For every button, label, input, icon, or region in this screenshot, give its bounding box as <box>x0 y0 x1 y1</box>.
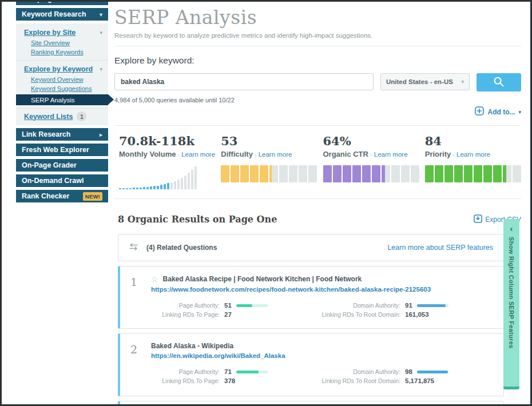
learn-more-link[interactable]: Learn more <box>181 151 215 158</box>
sidebar-item-label: Campaigns <box>22 0 60 3</box>
histogram-bar <box>184 176 186 189</box>
sidebar-item-on-demand-crawl[interactable]: On-Demand Crawl <box>16 174 108 187</box>
organic-ctr-label: Organic CTR <box>323 150 368 158</box>
sidebar-item-serp-analysis-selected[interactable]: SERP Analysis <box>16 94 108 105</box>
organic-result-1: 1 ☆ Baked Alaska Recipe | Food Network K… <box>118 266 504 329</box>
bar-segment <box>343 165 351 182</box>
page-authority-label: Page Authority: <box>140 302 220 309</box>
histogram-bar <box>170 182 173 189</box>
locale-select[interactable]: United States - en-US ▾ <box>380 73 470 90</box>
result-title: Baked Alaska Recipe | Food Network Kitch… <box>163 275 362 283</box>
histogram-bar <box>133 188 135 189</box>
histogram-bar <box>140 188 142 189</box>
sidebar-item-label: On-Page Grader <box>22 161 77 169</box>
organic-result-3: 3 ☆ Baked Alaska - Martha Stewart https:… <box>118 401 504 406</box>
learn-more-link[interactable]: Learn more <box>259 151 292 158</box>
sidebar-item-link-research[interactable]: Link Research ▸ <box>16 128 108 141</box>
sidebar-item-explore-by-site[interactable]: Explore by Site ▾ <box>16 27 108 38</box>
histogram-bar <box>150 186 152 189</box>
learn-more-link[interactable]: Learn more <box>374 151 408 158</box>
bar-segment <box>435 165 443 182</box>
organic-result-2: 2 Baked Alaska - Wikipedia https://en.wi… <box>118 333 504 396</box>
linking-rds-page-label: Linking RDs To Page: <box>140 377 220 384</box>
sidebar-item-site-overview[interactable]: Site Overview <box>16 38 108 47</box>
related-questions-label: (4) Related Questions <box>146 244 217 252</box>
priority-bar <box>425 165 521 182</box>
bar-segment <box>352 165 361 182</box>
info-icon[interactable]: i <box>453 153 454 158</box>
sidebar-item-label: Rank Checker <box>22 192 69 200</box>
locale-select-value: United States - en-US <box>386 78 453 85</box>
bar-segment <box>308 165 317 182</box>
sidebar-item-on-page-grader[interactable]: On-Page Grader <box>16 159 108 172</box>
explore-by-site-link[interactable]: Explore by Site <box>24 29 76 37</box>
sidebar-item-label: Fresh Web Explorer <box>22 146 89 154</box>
histogram-bar <box>160 185 162 189</box>
sidebar-item-explore-by-keyword[interactable]: Explore by Keyword ▾ <box>16 63 108 75</box>
show-right-column-tab[interactable]: ‹ Show Right Column SERP Features <box>503 219 519 389</box>
linking-rds-root-value: 161,053 <box>405 311 494 318</box>
sidebar-item-fresh-web-explorer[interactable]: Fresh Web Explorer <box>16 144 108 156</box>
metric-organic-ctr: 64% Organic CTR i Learn more <box>323 134 419 189</box>
domain-authority-bar <box>417 304 448 307</box>
serp-features-learn-more-link[interactable]: Learn more about SERP features <box>387 244 493 252</box>
bar-segment <box>444 165 453 182</box>
difficulty-value: 53 <box>221 134 317 148</box>
add-to-button[interactable]: Add to... ▾ <box>114 106 521 118</box>
sidebar-item-rank-checker[interactable]: Rank Checker NEW! <box>16 190 108 202</box>
histogram-bar <box>129 188 132 189</box>
sidebar-item-ranking-keywords[interactable]: Ranking Keywords <box>16 47 108 57</box>
new-badge: NEW! <box>83 192 102 201</box>
histogram-bar <box>136 188 138 189</box>
difficulty-bar <box>221 165 317 182</box>
bar-segment <box>425 165 434 182</box>
bar-segment <box>493 165 502 182</box>
sidebar-item-campaigns[interactable]: Campaigns ▾ <box>16 0 108 5</box>
results-heading: 8 Organic Results on Page One <box>118 214 277 225</box>
domain-authority-value: 98 <box>405 368 412 375</box>
keyword-lists-link[interactable]: Keyword Lists <box>24 113 73 121</box>
histogram-bar <box>122 188 125 189</box>
learn-more-link[interactable]: Learn more <box>456 151 490 158</box>
info-icon[interactable]: i <box>178 153 179 158</box>
query-quota-text: 4,984 of 5,000 queries available until 1… <box>114 97 521 104</box>
bar-segment <box>299 165 307 182</box>
serp-feature-row[interactable]: (4) Related Questions Learn more about S… <box>118 234 504 261</box>
organic-ctr-value: 64% <box>323 134 419 148</box>
sidebar-item-keyword-research[interactable]: Keyword Research ▾ <box>16 8 108 21</box>
explore-by-keyword-link[interactable]: Explore by Keyword <box>24 65 93 73</box>
result-url-link[interactable]: https://en.wikipedia.org/wiki/Baked_Alas… <box>151 352 494 359</box>
keyword-search-input[interactable] <box>114 73 374 90</box>
page-authority-value: 51 <box>224 302 232 309</box>
divider <box>114 46 521 46</box>
chevron-down-icon: ▾ <box>100 30 102 35</box>
domain-authority-label: Domain Authority: <box>292 302 400 309</box>
info-icon[interactable]: i <box>371 153 372 158</box>
bar-segment <box>474 165 482 182</box>
bar-segment <box>382 165 390 182</box>
linking-rds-page-value: 378 <box>224 377 287 384</box>
info-icon[interactable]: i <box>255 153 256 158</box>
bar-segment <box>401 165 410 182</box>
histogram-bar <box>153 186 156 189</box>
chevron-left-icon: ‹ <box>503 224 519 233</box>
sidebar-divider <box>16 60 108 61</box>
bar-segment <box>464 165 473 182</box>
result-url-link[interactable]: https://www.foodnetwork.com/recipes/food… <box>151 286 494 293</box>
chevron-down-icon: ▾ <box>518 109 521 115</box>
star-icon[interactable]: ☆ <box>151 274 158 284</box>
sidebar-item-keyword-suggestions[interactable]: Keyword Suggestions <box>16 84 108 93</box>
result-title: Baked Alaska - Wikipedia <box>151 342 233 350</box>
chevron-right-icon: ▸ <box>100 132 102 138</box>
bar-segment <box>240 165 249 182</box>
bar-segment <box>362 165 371 182</box>
page-subtitle: Research by keyword to analyze predictiv… <box>114 32 521 39</box>
keyword-research-subpanel: Explore by Site ▾ Site Overview Ranking … <box>16 23 108 125</box>
sidebar-item-keyword-overview[interactable]: Keyword Overview <box>16 75 108 84</box>
rank-number: 2 <box>130 343 137 356</box>
search-button[interactable] <box>477 73 521 91</box>
right-tab-label: Show Right Column SERP Features <box>508 237 515 349</box>
sidebar-item-keyword-lists[interactable]: Keyword Lists 1 <box>16 108 108 125</box>
histogram-bar <box>143 187 145 189</box>
results-header: 8 Organic Results on Page One Export CSV <box>118 214 521 225</box>
